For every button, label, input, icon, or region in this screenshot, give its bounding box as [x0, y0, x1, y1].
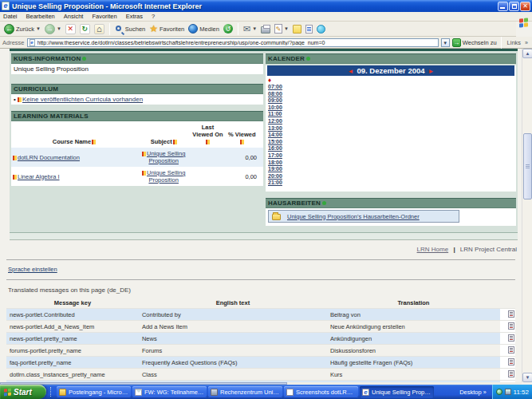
translate-marker-icon[interactable] — [142, 152, 146, 156]
address-input[interactable] — [37, 40, 436, 45]
edit-translation-icon[interactable] — [508, 370, 514, 377]
quick-launch[interactable] — [46, 385, 56, 399]
sort-icon[interactable] — [206, 140, 210, 144]
search-button[interactable]: Suchen — [114, 25, 146, 34]
time-slot-link[interactable]: 13:00 — [268, 125, 284, 132]
desktop-chevron-icon[interactable]: » — [483, 389, 487, 395]
lrn-project-central-link[interactable]: LRN Project Central — [460, 246, 517, 253]
vertical-scrollbar[interactable]: ▲ ▼ — [522, 49, 532, 382]
scroll-down-icon[interactable]: ▼ — [522, 373, 532, 382]
help-dot-icon[interactable] — [322, 201, 326, 205]
menu-favoriten[interactable]: Favoriten — [92, 13, 116, 20]
translate-marker-icon[interactable] — [18, 97, 22, 102]
print-button[interactable] — [260, 24, 271, 34]
translate-marker-icon[interactable] — [13, 175, 17, 180]
links-label[interactable]: Links — [507, 39, 522, 46]
col-subject[interactable]: Subject — [137, 121, 190, 148]
back-button[interactable]: ← Zurück ▼ — [3, 24, 41, 34]
close-button[interactable]: ✕ — [520, 2, 530, 11]
scroll-up-icon[interactable]: ▲ — [522, 49, 532, 58]
edit-dropdown-icon[interactable]: ▼ — [284, 26, 289, 31]
curriculum-empty-link[interactable]: Keine veröffentlichten Curricula vorhand… — [22, 96, 143, 103]
time-slot-link[interactable]: 21:00 — [268, 180, 284, 187]
desktop-toolbar[interactable]: Desktop » — [459, 389, 491, 396]
stop-button[interactable]: ✕ — [65, 24, 77, 34]
time-slot-link[interactable]: 08:00 — [268, 91, 284, 98]
discuss-button[interactable] — [305, 25, 313, 34]
edit-translation-icon[interactable] — [508, 346, 514, 354]
col-last-viewed[interactable]: Last Viewed On — [190, 121, 225, 148]
time-slot-link[interactable]: 10:00 — [268, 105, 284, 112]
sort-icon[interactable] — [92, 140, 96, 144]
time-slot-link[interactable]: 19:00 — [268, 166, 284, 173]
time-slot-link[interactable]: 07:00 — [268, 84, 284, 91]
tray-icon-2[interactable] — [505, 389, 511, 395]
history-button[interactable]: ↺ — [223, 24, 234, 34]
taskbar-task-mail[interactable]: FW: WG: Teilnahme v... — [132, 386, 207, 398]
subject-link[interactable]: Unique Selling Proposition — [147, 150, 185, 164]
links-chevron-icon[interactable]: » — [525, 40, 528, 45]
msn-button[interactable] — [316, 25, 326, 34]
hausarbeiten-folder-row[interactable]: Unique Selling Proposition's Hausarbeite… — [268, 210, 459, 223]
forward-button[interactable]: → ▼ — [44, 24, 62, 34]
refresh-button[interactable]: ↻ — [79, 24, 91, 34]
address-dropdown-icon[interactable]: ▼ — [441, 38, 450, 47]
subject-link[interactable]: Unique Selling Proposition — [147, 169, 185, 184]
translate-marker-icon[interactable] — [13, 156, 17, 160]
time-slot-link[interactable]: 09:00 — [268, 97, 284, 105]
col-percent-viewed[interactable]: % Viewed — [226, 121, 263, 148]
menu-ansicht[interactable]: Ansicht — [64, 13, 84, 20]
help-dot-icon[interactable] — [82, 57, 86, 61]
time-slot-link[interactable]: 14:00 — [268, 132, 284, 139]
help-dot-icon[interactable] — [306, 57, 310, 61]
menu-datei[interactable]: Datei — [3, 13, 18, 20]
lrn-home-link[interactable]: LRN Home — [417, 246, 449, 253]
media-button[interactable]: Medien — [187, 24, 220, 34]
english-text-cell: Forums — [139, 345, 327, 357]
sort-icon[interactable] — [240, 140, 244, 144]
menu-extras[interactable]: Extras — [126, 13, 143, 20]
favorites-button[interactable]: ★ Favoriten — [148, 24, 185, 34]
taskbar-task-outlook[interactable]: Posteingang - Micros... — [57, 386, 131, 398]
minimize-button[interactable] — [498, 2, 508, 11]
messenger-button[interactable] — [292, 25, 302, 34]
scrollbar-thumb[interactable] — [523, 133, 532, 200]
time-slot-link[interactable]: 16:00 — [268, 145, 284, 152]
edit-button[interactable]: ✎▼ — [274, 24, 290, 34]
time-slot-link[interactable]: 17:00 — [268, 152, 284, 160]
tray-icon-1[interactable] — [496, 389, 502, 395]
taskbar-task-screenshots[interactable]: Screenshots dotLRN... — [284, 386, 358, 398]
language-settings-link[interactable]: Sprache einstellen — [8, 266, 57, 273]
col-course-name[interactable]: Course Name — [11, 121, 137, 148]
course-link[interactable]: dotLRN Documentation — [18, 154, 80, 161]
edit-translation-icon[interactable] — [508, 358, 514, 365]
time-slot-link[interactable]: 15:00 — [268, 139, 284, 146]
time-slot-link[interactable]: 20:00 — [268, 173, 284, 180]
next-day-icon[interactable]: ► — [425, 68, 438, 75]
restore-button[interactable] — [509, 2, 519, 11]
mail-button[interactable]: ✉▼ — [242, 24, 258, 34]
home-button[interactable]: ⌂ — [93, 24, 105, 34]
sort-icon[interactable] — [173, 140, 177, 144]
prev-day-icon[interactable]: ◄ — [345, 68, 357, 75]
back-dropdown-icon[interactable]: ▼ — [36, 26, 41, 31]
forward-dropdown-icon[interactable]: ▼ — [57, 26, 61, 31]
hausarbeiten-folder-link[interactable]: Unique Selling Proposition's Hausarbeite… — [287, 213, 420, 220]
mail-dropdown-icon[interactable]: ▼ — [252, 26, 257, 31]
taskbar-clock[interactable]: 11:52 — [514, 389, 529, 396]
translate-marker-icon[interactable] — [142, 171, 146, 176]
go-button[interactable]: → Wechseln zu — [452, 38, 497, 47]
taskbar-task-rechenzentrum[interactable]: Rechenzentrum Uni K... — [208, 386, 282, 398]
taskbar-task-ie-active[interactable]: e Unique Selling Proposi... — [360, 386, 434, 398]
time-slot-link[interactable]: 18:00 — [268, 160, 284, 167]
start-button[interactable]: Start — [0, 385, 46, 399]
time-slot-link[interactable]: 12:00 — [268, 118, 284, 125]
time-slot-link[interactable]: 11:00 — [268, 111, 284, 118]
edit-translation-icon[interactable] — [508, 310, 514, 318]
edit-translation-icon[interactable] — [508, 322, 514, 330]
edit-translation-icon[interactable] — [508, 334, 514, 342]
course-link[interactable]: Linear Algebra I — [18, 173, 60, 180]
start-label: Start — [14, 388, 32, 397]
menu-hilfe[interactable]: ? — [152, 13, 155, 20]
menu-bearbeiten[interactable]: Bearbeiten — [26, 13, 55, 20]
